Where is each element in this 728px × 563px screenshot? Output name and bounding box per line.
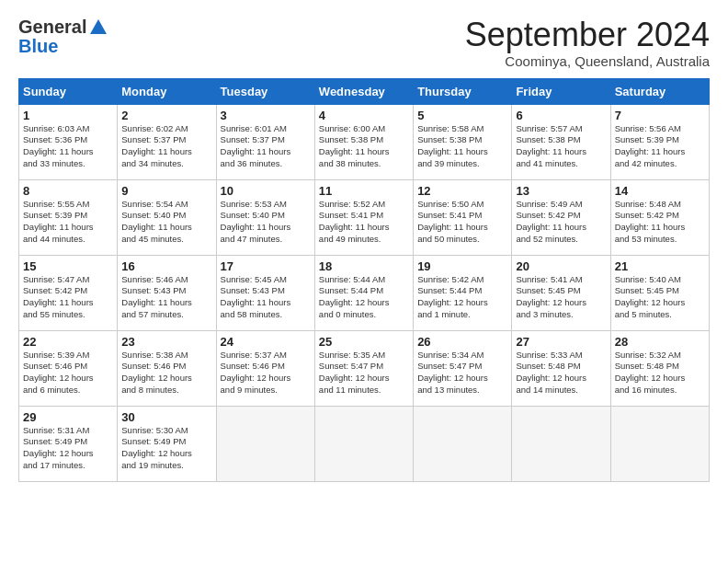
day-info: Sunrise: 5:37 AM Sunset: 5:46 PM Dayligh… <box>221 350 311 396</box>
day-number: 29 <box>23 410 113 424</box>
table-row: 4Sunrise: 6:00 AM Sunset: 5:38 PM Daylig… <box>314 104 413 179</box>
col-sunday: Sunday <box>19 78 118 104</box>
day-info: Sunrise: 5:55 AM Sunset: 5:39 PM Dayligh… <box>23 199 113 246</box>
day-info: Sunrise: 6:02 AM Sunset: 5:37 PM Dayligh… <box>121 123 211 170</box>
day-number: 10 <box>221 184 311 198</box>
col-thursday: Thursday <box>414 78 512 104</box>
logo-general-text: General <box>18 17 86 38</box>
day-info: Sunrise: 6:00 AM Sunset: 5:38 PM Dayligh… <box>319 123 409 170</box>
table-row: 30Sunrise: 5:30 AM Sunset: 5:49 PM Dayli… <box>118 406 216 481</box>
day-number: 16 <box>121 259 211 273</box>
day-info: Sunrise: 5:52 AM Sunset: 5:41 PM Dayligh… <box>319 199 409 246</box>
day-number: 20 <box>516 259 606 273</box>
header: General Blue September 2024 Coominya, Qu… <box>18 17 710 69</box>
day-number: 18 <box>319 259 409 273</box>
table-row: 6Sunrise: 5:57 AM Sunset: 5:38 PM Daylig… <box>512 104 610 179</box>
day-info: Sunrise: 5:38 AM Sunset: 5:46 PM Dayligh… <box>121 350 211 396</box>
calendar-week-row: 22Sunrise: 5:39 AM Sunset: 5:46 PM Dayli… <box>19 330 710 406</box>
table-row: 22Sunrise: 5:39 AM Sunset: 5:46 PM Dayli… <box>19 330 118 406</box>
day-number: 15 <box>23 259 113 273</box>
col-monday: Monday <box>118 78 216 104</box>
day-number: 5 <box>417 109 507 122</box>
table-row: 1Sunrise: 6:03 AM Sunset: 5:36 PM Daylig… <box>19 104 118 179</box>
day-info: Sunrise: 5:46 AM Sunset: 5:43 PM Dayligh… <box>121 274 211 321</box>
day-number: 2 <box>121 109 211 122</box>
table-row: 15Sunrise: 5:47 AM Sunset: 5:42 PM Dayli… <box>19 255 118 330</box>
day-number: 28 <box>615 335 705 349</box>
table-row: 26Sunrise: 5:34 AM Sunset: 5:47 PM Dayli… <box>414 330 512 406</box>
table-row: 28Sunrise: 5:32 AM Sunset: 5:48 PM Dayli… <box>610 330 709 406</box>
day-info: Sunrise: 6:03 AM Sunset: 5:36 PM Dayligh… <box>23 123 113 170</box>
day-number: 4 <box>319 109 409 122</box>
day-info: Sunrise: 5:58 AM Sunset: 5:38 PM Dayligh… <box>417 123 507 170</box>
logo: General Blue <box>18 17 108 57</box>
day-info: Sunrise: 5:48 AM Sunset: 5:42 PM Dayligh… <box>615 199 705 246</box>
day-number: 9 <box>121 184 211 198</box>
table-row: 25Sunrise: 5:35 AM Sunset: 5:47 PM Dayli… <box>314 330 413 406</box>
table-row <box>512 406 610 481</box>
day-info: Sunrise: 5:40 AM Sunset: 5:45 PM Dayligh… <box>615 274 705 321</box>
day-number: 11 <box>319 184 409 198</box>
col-wednesday: Wednesday <box>314 78 413 104</box>
page: General Blue September 2024 Coominya, Qu… <box>0 0 728 563</box>
table-row <box>414 406 512 481</box>
day-number: 1 <box>23 109 113 122</box>
day-number: 7 <box>615 109 705 122</box>
calendar-week-row: 15Sunrise: 5:47 AM Sunset: 5:42 PM Dayli… <box>19 255 710 330</box>
table-row: 18Sunrise: 5:44 AM Sunset: 5:44 PM Dayli… <box>314 255 413 330</box>
calendar-week-row: 8Sunrise: 5:55 AM Sunset: 5:39 PM Daylig… <box>19 179 710 255</box>
day-info: Sunrise: 5:35 AM Sunset: 5:47 PM Dayligh… <box>319 350 409 396</box>
table-row <box>314 406 413 481</box>
day-info: Sunrise: 5:41 AM Sunset: 5:45 PM Dayligh… <box>516 274 606 321</box>
day-info: Sunrise: 5:34 AM Sunset: 5:47 PM Dayligh… <box>417 350 507 396</box>
calendar-header-row: Sunday Monday Tuesday Wednesday Thursday… <box>19 78 710 104</box>
table-row: 12Sunrise: 5:50 AM Sunset: 5:41 PM Dayli… <box>414 179 512 255</box>
table-row: 5Sunrise: 5:58 AM Sunset: 5:38 PM Daylig… <box>414 104 512 179</box>
day-info: Sunrise: 5:32 AM Sunset: 5:48 PM Dayligh… <box>615 350 705 396</box>
table-row <box>610 406 709 481</box>
day-info: Sunrise: 5:33 AM Sunset: 5:48 PM Dayligh… <box>516 350 606 396</box>
svg-marker-0 <box>90 19 107 34</box>
day-number: 3 <box>221 109 311 122</box>
day-number: 13 <box>516 184 606 198</box>
table-row <box>216 406 314 481</box>
calendar-table: Sunday Monday Tuesday Wednesday Thursday… <box>18 78 710 482</box>
day-info: Sunrise: 6:01 AM Sunset: 5:37 PM Dayligh… <box>221 123 311 170</box>
day-info: Sunrise: 5:30 AM Sunset: 5:49 PM Dayligh… <box>121 425 211 472</box>
calendar-week-row: 1Sunrise: 6:03 AM Sunset: 5:36 PM Daylig… <box>19 104 710 179</box>
day-info: Sunrise: 5:49 AM Sunset: 5:42 PM Dayligh… <box>516 199 606 246</box>
table-row: 29Sunrise: 5:31 AM Sunset: 5:49 PM Dayli… <box>19 406 118 481</box>
table-row: 23Sunrise: 5:38 AM Sunset: 5:46 PM Dayli… <box>118 330 216 406</box>
day-number: 30 <box>121 410 211 424</box>
day-number: 23 <box>121 335 211 349</box>
day-info: Sunrise: 5:47 AM Sunset: 5:42 PM Dayligh… <box>23 274 113 321</box>
day-info: Sunrise: 5:45 AM Sunset: 5:43 PM Dayligh… <box>221 274 311 321</box>
table-row: 10Sunrise: 5:53 AM Sunset: 5:40 PM Dayli… <box>216 179 314 255</box>
day-number: 6 <box>516 109 606 122</box>
table-row: 2Sunrise: 6:02 AM Sunset: 5:37 PM Daylig… <box>118 104 216 179</box>
day-number: 24 <box>221 335 311 349</box>
calendar-week-row: 29Sunrise: 5:31 AM Sunset: 5:49 PM Dayli… <box>19 406 710 481</box>
day-info: Sunrise: 5:39 AM Sunset: 5:46 PM Dayligh… <box>23 350 113 396</box>
logo-blue-text: Blue <box>18 36 58 57</box>
table-row: 17Sunrise: 5:45 AM Sunset: 5:43 PM Dayli… <box>216 255 314 330</box>
day-number: 26 <box>417 335 507 349</box>
table-row: 19Sunrise: 5:42 AM Sunset: 5:44 PM Dayli… <box>414 255 512 330</box>
table-row: 14Sunrise: 5:48 AM Sunset: 5:42 PM Dayli… <box>610 179 709 255</box>
table-row: 24Sunrise: 5:37 AM Sunset: 5:46 PM Dayli… <box>216 330 314 406</box>
day-number: 14 <box>615 184 705 198</box>
table-row: 16Sunrise: 5:46 AM Sunset: 5:43 PM Dayli… <box>118 255 216 330</box>
table-row: 20Sunrise: 5:41 AM Sunset: 5:45 PM Dayli… <box>512 255 610 330</box>
logo-icon <box>88 17 108 38</box>
day-number: 21 <box>615 259 705 273</box>
table-row: 8Sunrise: 5:55 AM Sunset: 5:39 PM Daylig… <box>19 179 118 255</box>
day-info: Sunrise: 5:54 AM Sunset: 5:40 PM Dayligh… <box>121 199 211 246</box>
day-number: 12 <box>417 184 507 198</box>
day-info: Sunrise: 5:56 AM Sunset: 5:39 PM Dayligh… <box>615 123 705 170</box>
day-number: 22 <box>23 335 113 349</box>
day-number: 25 <box>319 335 409 349</box>
day-info: Sunrise: 5:42 AM Sunset: 5:44 PM Dayligh… <box>417 274 507 321</box>
day-number: 27 <box>516 335 606 349</box>
day-info: Sunrise: 5:53 AM Sunset: 5:40 PM Dayligh… <box>221 199 311 246</box>
col-friday: Friday <box>512 78 610 104</box>
